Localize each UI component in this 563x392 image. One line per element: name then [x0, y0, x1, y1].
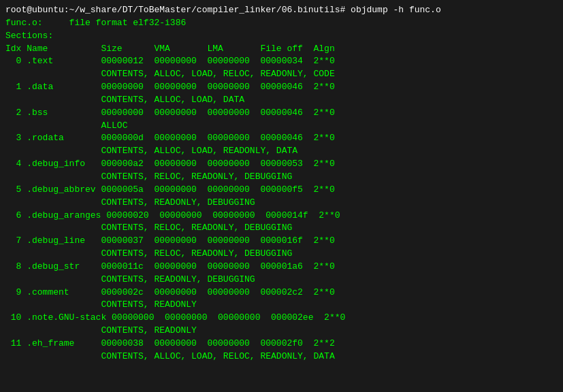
terminal-line-24: CONTENTS, READONLY, DEBUGGING — [5, 274, 558, 287]
terminal-line-15: 4 .debug_info 000000a2 00000000 00000000… — [5, 158, 558, 171]
terminal-line-21: 7 .debug_line 00000037 00000000 00000000… — [5, 235, 558, 248]
terminal-line-22: CONTENTS, RELOC, READONLY, DEBUGGING — [5, 248, 558, 261]
terminal-line-14: CONTENTS, ALLOC, LOAD, READONLY, DATA — [5, 145, 558, 158]
terminal-line-5: Sections: — [5, 30, 558, 43]
terminal-line-11: 2 .bss 00000000 00000000 00000000 000000… — [5, 107, 558, 120]
terminal-window: root@ubuntu:~/w_share/DT/ToBeMaster/comp… — [0, 0, 563, 392]
terminal-line-25: 9 .comment 0000002c 00000000 00000000 00… — [5, 287, 558, 299]
terminal-line-6: Idx Name Size VMA LMA File off Algn — [5, 43, 558, 56]
terminal-line-13: 3 .rodata 0000000d 00000000 00000000 000… — [5, 132, 558, 145]
terminal-line-17: 5 .debug_abbrev 0000005a 00000000 000000… — [5, 184, 558, 197]
terminal-line-28: CONTENTS, READONLY — [5, 325, 558, 338]
terminal-line-23: 8 .debug_str 0000011c 00000000 00000000 … — [5, 261, 558, 274]
terminal-line-9: 1 .data 00000000 00000000 00000000 00000… — [5, 81, 558, 94]
terminal-line-20: CONTENTS, RELOC, READONLY, DEBUGGING — [5, 222, 558, 235]
terminal-line-26: CONTENTS, READONLY — [5, 299, 558, 312]
terminal-line-12: ALLOC — [5, 120, 558, 133]
terminal-line-1: root@ubuntu:~/w_share/DT/ToBeMaster/comp… — [5, 4, 558, 17]
terminal-line-30: CONTENTS, ALLOC, LOAD, RELOC, READONLY, … — [5, 350, 558, 363]
terminal-line-27: 10 .note.GNU-stack 00000000 00000000 000… — [5, 312, 558, 325]
terminal-line-18: CONTENTS, READONLY, DEBUGGING — [5, 197, 558, 210]
terminal-line-29: 11 .eh_frame 00000038 00000000 00000000 … — [5, 338, 558, 350]
terminal-line-19: 6 .debug_aranges 00000020 00000000 00000… — [5, 210, 558, 223]
terminal-line-16: CONTENTS, RELOC, READONLY, DEBUGGING — [5, 171, 558, 184]
terminal-line-8: CONTENTS, ALLOC, LOAD, RELOC, READONLY, … — [5, 68, 558, 81]
terminal-line-7: 0 .text 00000012 00000000 00000000 00000… — [5, 55, 558, 68]
terminal-line-10: CONTENTS, ALLOC, LOAD, DATA — [5, 94, 558, 107]
terminal-line-3: func.o: file format elf32-i386 — [5, 17, 558, 30]
